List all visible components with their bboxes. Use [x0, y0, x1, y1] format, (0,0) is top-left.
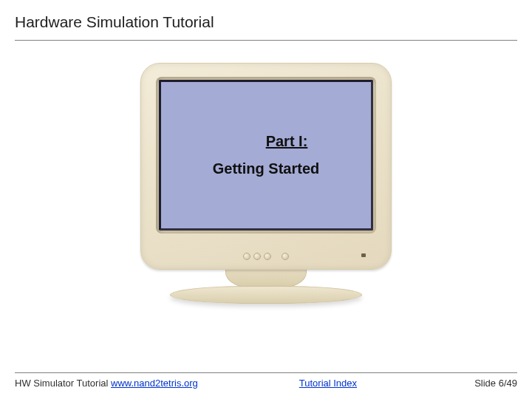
footer-left: HW Simulator Tutorial www.nand2tetris.or… — [15, 378, 198, 389]
tutorial-index-link[interactable]: Tutorial Index — [299, 378, 357, 389]
monitor-bezel: Part I: Getting Started — [140, 63, 392, 270]
knob-icon — [282, 253, 289, 260]
screen-frame: Part I: Getting Started — [156, 77, 376, 233]
power-led-icon — [361, 253, 366, 257]
knob-icon — [253, 253, 261, 260]
site-link[interactable]: www.nand2tetris.org — [111, 378, 198, 389]
slide-counter: Slide 6/49 — [458, 378, 517, 389]
footer-divider — [15, 372, 517, 373]
part-label: Part I: — [266, 133, 308, 150]
monitor-screen: Part I: Getting Started — [159, 80, 373, 231]
footer-left-text: HW Simulator Tutorial — [15, 378, 111, 389]
monitor-knobs — [243, 253, 289, 260]
knob-icon — [243, 253, 250, 260]
page-title: Hardware Simulation Tutorial — [15, 13, 517, 34]
part-subtitle: Getting Started — [213, 160, 319, 177]
content-stage: Part I: Getting Started — [0, 55, 532, 355]
knob-icon — [264, 253, 271, 260]
monitor-stand-base — [170, 286, 362, 304]
header-divider — [15, 40, 517, 41]
monitor-illustration: Part I: Getting Started — [140, 63, 392, 304]
